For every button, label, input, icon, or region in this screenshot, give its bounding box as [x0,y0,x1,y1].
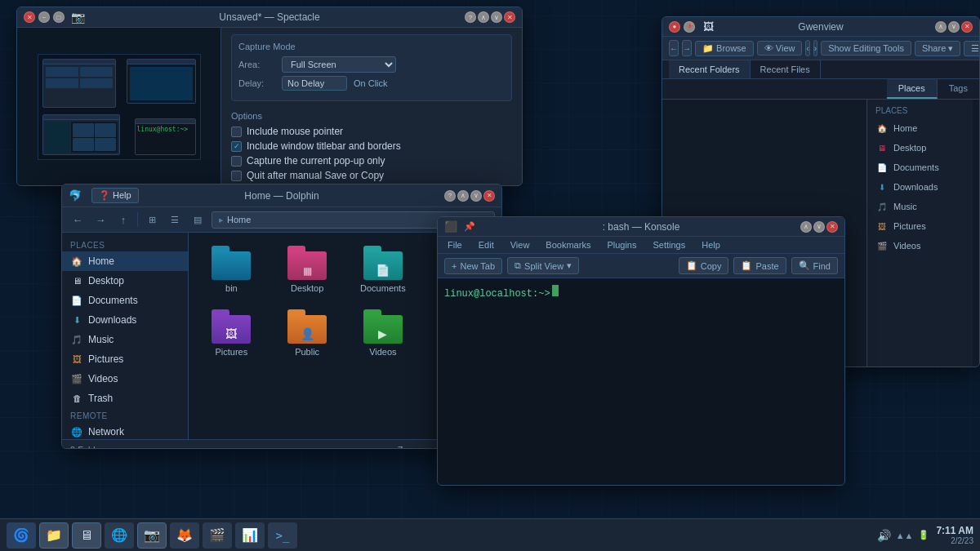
taskbar-start-btn[interactable]: 🌀 [7,522,36,549]
volume-icon[interactable]: 🔊 [877,529,891,542]
detail-view-btn[interactable]: ▤ [189,211,207,229]
up-btn[interactable]: ↑ [114,211,132,229]
taskbar-dolphin-btn[interactable]: 📁 [39,522,69,549]
mouse-pointer-row[interactable]: Include mouse pointer [231,126,512,137]
mouse-pointer-checkbox[interactable] [231,127,242,137]
taskbar-konsole-btn[interactable]: 🖥 [72,522,101,549]
window-borders-row[interactable]: ✓ Include window titlebar and borders [231,140,512,152]
gw-browse-btn[interactable]: 📁 Browse [695,41,754,56]
sidebar-item-trash[interactable]: 🗑 Trash [62,389,188,408]
taskbar-browser-btn[interactable]: 🌐 [105,522,134,549]
konsole-max-btn[interactable]: ∨ [813,221,825,233]
gw-places-tab[interactable]: Places [887,79,938,99]
popup-row[interactable]: Capture the current pop-up only [231,155,512,167]
gwenview-close-btn[interactable]: ✕ [961,21,973,33]
konsole-menu-plugins[interactable]: Plugins [604,238,639,251]
gw-tags-tab[interactable]: Tags [938,79,979,99]
gw-place-pictures[interactable]: 🖼 Pictures [867,216,973,236]
battery-icon[interactable]: 🔋 [918,530,929,540]
gw-menu-btn[interactable]: ☰ [964,41,980,56]
sidebar-item-music[interactable]: 🎵 Music [62,330,188,349]
sidebar-item-network[interactable]: 🌐 Network [62,422,188,439]
network-status-icon[interactable]: ▲▲ [896,531,914,540]
gw-back-btn[interactable]: ← [669,40,679,56]
gw-place-music[interactable]: 🎵 Music [867,197,973,216]
dolphin-max-btn[interactable]: ∨ [470,190,482,202]
spectacle-close-btn2[interactable]: ✕ [504,11,515,23]
location-text: Home [227,215,251,224]
gwenview-max-btn[interactable]: ∨ [948,21,960,33]
sidebar-item-pictures[interactable]: 🖼 Pictures [62,349,188,369]
dolphin-help-btn[interactable]: ? [444,190,456,202]
taskbar-terminal-btn[interactable]: >_ [268,522,297,549]
gw-place-videos[interactable]: 🎬 Videos [867,236,973,256]
forward-btn[interactable]: → [91,211,109,229]
sidebar-item-downloads[interactable]: ⬇ Downloads [62,310,188,330]
list-view-btn[interactable]: ☰ [166,211,184,229]
spectacle-close-btn[interactable]: ✕ [24,11,35,23]
konsole-menu-bookmarks[interactable]: Bookmarks [542,238,594,251]
gw-place-downloads[interactable]: ⬇ Downloads [867,177,973,197]
icon-view-btn[interactable]: ⊞ [143,211,161,229]
taskbar-app-btn[interactable]: 📊 [235,522,265,549]
new-tab-btn[interactable]: + New Tab [444,258,502,274]
gw-place-documents[interactable]: 📄 Documents [867,158,973,177]
gw-forward-btn[interactable]: → [682,40,692,56]
paste-btn[interactable]: 📋 Paste [733,257,786,274]
file-item-bin[interactable]: bin [197,241,266,298]
quit-row[interactable]: Quit after manual Save or Copy [231,170,512,181]
konsole-menu-file[interactable]: File [444,238,466,251]
spectacle-max-btn[interactable]: □ [53,11,65,23]
sidebar-item-videos[interactable]: 🎬 Videos [62,369,188,389]
konsole-title: : bash — Konsole [603,221,680,233]
file-item-pictures[interactable]: 🖼 Pictures [197,304,266,362]
gw-place-home[interactable]: 🏠 Home [867,118,973,138]
gwenview-min-btn[interactable]: ∧ [935,21,947,33]
split-view-btn[interactable]: ⧉ Split View ▾ [507,257,579,274]
delay-input[interactable] [282,76,347,91]
gw-recent-folders-tab[interactable]: Recent Folders [669,60,751,78]
spectacle-restore-btn[interactable]: ∨ [491,11,502,23]
clock-widget[interactable]: 7:11 AM 2/2/23 [936,525,973,545]
taskbar-spectacle-btn[interactable]: 📷 [137,522,167,549]
sidebar-item-home[interactable]: 🏠 Home [62,251,188,271]
gwenview-power-btn[interactable]: ● [669,21,680,33]
back-btn[interactable]: ← [69,211,87,229]
gw-prev-btn[interactable]: ‹ [805,40,809,56]
file-item-public[interactable]: 👤 Public [273,304,342,362]
konsole-menu-settings[interactable]: Settings [649,238,688,251]
gw-editing-btn[interactable]: Show Editing Tools [821,41,911,56]
taskbar-media-btn[interactable]: 🎬 [203,522,232,549]
konsole-menu-view[interactable]: View [507,238,533,251]
konsole-menu-help[interactable]: Help [698,238,724,251]
file-item-videos[interactable]: ▶ Videos [349,304,418,362]
dolphin-close-btn[interactable]: ✕ [483,190,495,202]
gw-share-btn[interactable]: Share ▾ [915,41,960,56]
copy-btn[interactable]: 📋 Copy [679,257,729,274]
file-item-documents[interactable]: 📄 Documents [349,241,418,298]
konsole-menu-edit[interactable]: Edit [475,238,497,251]
taskbar-firefox-btn[interactable]: 🦊 [170,522,199,549]
gwenview-pin-btn[interactable]: 📌 [684,21,695,33]
gw-place-desktop[interactable]: 🖥 Desktop [867,138,973,158]
konsole-close-btn[interactable]: ✕ [826,221,838,233]
konsole-min-btn[interactable]: ∧ [800,221,812,233]
popup-checkbox[interactable] [231,156,242,167]
area-select[interactable]: Full Screen [282,56,396,73]
konsole-terminal-body[interactable]: linux@localhost:~> [438,278,844,486]
spectacle-min-btn[interactable]: − [38,11,50,23]
gw-view-btn[interactable]: 👁 View [757,41,803,56]
sidebar-item-documents[interactable]: 📄 Documents [62,291,188,310]
gw-recent-files-tab[interactable]: Recent Files [751,60,821,78]
spectacle-min-btn2[interactable]: ∧ [478,11,489,23]
dolphin-min-btn[interactable]: ∧ [457,190,469,202]
gw-next-btn[interactable]: › [813,40,817,56]
find-btn[interactable]: 🔍 Find [791,257,838,274]
sidebar-item-desktop[interactable]: 🖥 Desktop [62,271,188,291]
help-button[interactable]: ❓ Help [91,188,139,203]
quit-checkbox[interactable] [231,171,242,181]
spectacle-help-btn[interactable]: ? [465,11,476,23]
gwenview-scrollbar[interactable] [973,100,979,367]
window-borders-checkbox[interactable]: ✓ [231,141,242,152]
file-item-desktop[interactable]: ▦ Desktop [273,241,342,298]
